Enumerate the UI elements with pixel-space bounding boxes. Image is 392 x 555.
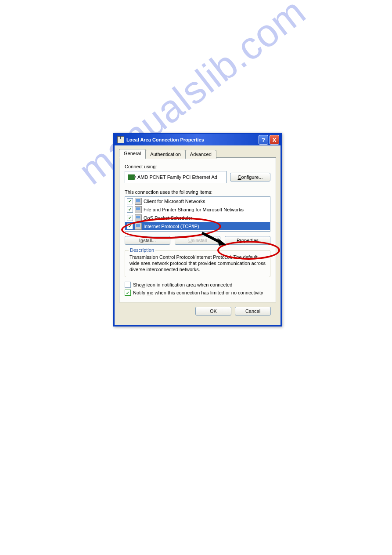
window-title: Local Area Connection Properties xyxy=(126,137,204,142)
properties-dialog: Local Area Connection Properties ? X Gen… xyxy=(113,133,282,326)
list-item[interactable]: ✔ QoS Packet Scheduler xyxy=(125,214,270,222)
connect-using-label: Connect using: xyxy=(125,164,270,169)
checkbox-icon[interactable]: ✔ xyxy=(127,223,133,229)
item-label: Internet Protocol (TCP/IP) xyxy=(144,224,199,229)
list-item[interactable]: ✔ File and Printer Sharing for Microsoft… xyxy=(125,205,270,214)
install-button[interactable]: Install... xyxy=(125,236,170,245)
service-icon xyxy=(135,206,142,213)
description-text: Transmission Control Protocol/Internet P… xyxy=(129,254,266,272)
close-button[interactable]: X xyxy=(270,135,279,145)
list-item-selected[interactable]: ✔ Internet Protocol (TCP/IP) xyxy=(125,222,270,230)
tab-strip: General Authentication Advanced xyxy=(119,149,276,158)
general-panel: Connect using: AMD PCNET Family PCI Ethe… xyxy=(119,157,276,302)
items-list[interactable]: ✔ Client for Microsoft Networks ✔ File a… xyxy=(125,196,270,232)
tab-authentication[interactable]: Authentication xyxy=(145,150,186,159)
service-icon xyxy=(135,214,142,221)
titlebar[interactable]: Local Area Connection Properties ? X xyxy=(115,134,281,145)
tab-general[interactable]: General xyxy=(119,149,146,158)
nic-icon xyxy=(128,174,135,180)
service-icon xyxy=(135,223,142,230)
properties-button[interactable]: Properties xyxy=(225,236,270,245)
show-icon-row[interactable]: ✔ Show icon in notification area when co… xyxy=(125,282,270,288)
help-button[interactable]: ? xyxy=(259,135,268,145)
item-label: Client for Microsoft Networks xyxy=(144,199,205,204)
checkbox-icon[interactable]: ✔ xyxy=(127,207,133,213)
list-item[interactable]: ✔ Client for Microsoft Networks xyxy=(125,197,270,205)
checkbox-icon[interactable]: ✔ xyxy=(125,282,131,288)
description-legend: Description xyxy=(129,247,155,253)
show-icon-label: Show icon in notification area when conn… xyxy=(133,282,232,287)
dialog-footer: OK Cancel xyxy=(119,302,276,321)
checkbox-icon[interactable]: ✔ xyxy=(127,198,133,204)
checkbox-icon[interactable]: ✔ xyxy=(125,290,131,296)
connection-icon xyxy=(117,136,124,143)
cancel-button[interactable]: Cancel xyxy=(235,307,271,316)
checkbox-icon[interactable]: ✔ xyxy=(127,215,133,221)
item-label: File and Printer Sharing for Microsoft N… xyxy=(144,207,244,212)
service-icon xyxy=(135,198,142,205)
uninstall-button: Uninstall xyxy=(175,236,220,245)
notify-label: Notify me when this connection has limit… xyxy=(133,290,263,295)
item-label: QoS Packet Scheduler xyxy=(144,215,192,221)
adapter-field[interactable]: AMD PCNET Family PCI Ethernet Ad xyxy=(125,171,227,183)
items-label: This connection uses the following items… xyxy=(125,189,270,195)
description-group: Description Transmission Control Protoco… xyxy=(125,250,270,277)
ok-button[interactable]: OK xyxy=(195,307,231,316)
tab-advanced[interactable]: Advanced xyxy=(185,150,216,159)
configure-button[interactable]: Configure... xyxy=(230,173,270,181)
adapter-name: AMD PCNET Family PCI Ethernet Ad xyxy=(137,174,217,180)
notify-row[interactable]: ✔ Notify me when this connection has lim… xyxy=(125,290,270,296)
